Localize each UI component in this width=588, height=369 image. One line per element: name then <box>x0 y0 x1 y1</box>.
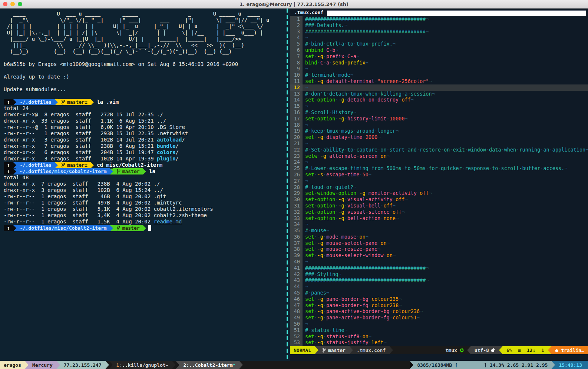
syntax-token: # <box>305 165 308 171</box>
vim-line: 21¬ <box>290 140 588 147</box>
whitespace-dot: · <box>314 302 317 308</box>
eol-marker: ¬ <box>366 60 369 66</box>
line-number: 11 <box>290 78 303 84</box>
whitespace-dot: · <box>323 134 326 140</box>
eol-marker: ¬ <box>399 302 402 308</box>
pane-separator[interactable] <box>284 9 290 361</box>
line-number: 2 <box>290 22 303 29</box>
eol-marker: ¬ <box>305 159 308 165</box>
directory-name[interactable]: colors <box>157 149 176 155</box>
whitespace-dot: · <box>383 165 386 171</box>
line-number: 53 <box>290 339 303 346</box>
syntax-token: for <box>429 165 437 171</box>
line-content: #·don't·detach·tmux·when·killing·a·sessi… <box>303 91 588 97</box>
syntax-token: detach <box>329 91 347 97</box>
vim-line: 40¬ <box>290 259 588 265</box>
whitespace-dot: · <box>390 308 393 314</box>
syntax-token: pane-active-border-fg <box>326 315 390 320</box>
syntax-token: -g <box>317 252 323 258</box>
eol-marker: ¬ <box>305 66 308 72</box>
syntax-token: running <box>519 147 540 153</box>
file-name: ../ <box>157 118 166 124</box>
whitespace-dot: · <box>317 60 320 66</box>
pane-separator-line <box>287 9 288 361</box>
file-link[interactable]: readme.md <box>154 219 182 225</box>
whitespace-dot: · <box>465 147 468 153</box>
line-number: 42 <box>290 271 303 277</box>
line-number: 5 <box>290 41 303 47</box>
listing2-total: total 48 <box>4 174 284 181</box>
whitespace-dot: · <box>323 308 326 314</box>
powerline-arrow-icon <box>13 169 16 174</box>
whitespace-dot: · <box>326 91 329 97</box>
vim-line: 4¬ <box>290 34 588 41</box>
file-row: drwxr-xr-x 7 eragos staff 238B 4 Aug 20:… <box>4 181 284 187</box>
powerline-arrow-icon <box>91 162 94 168</box>
shell-cursor[interactable] <box>148 225 151 231</box>
gear-icon <box>459 348 464 353</box>
vim-line: 18¬ <box>290 122 588 128</box>
eol-marker: ¬ <box>338 271 341 277</box>
syntax-token: # <box>305 128 308 134</box>
eol-marker: ¬ <box>396 215 399 221</box>
file-name: cobalt2.itermcolors <box>154 206 213 212</box>
line-number: 32 <box>290 209 303 215</box>
line-number-icon: ≡ <box>518 348 526 353</box>
line-number: 20 <box>290 134 303 140</box>
whitespace-dot: · <box>363 91 366 97</box>
tmux-window[interactable]: 1:..kills/gnuplot- <box>113 361 172 369</box>
syntax-token: 10000 <box>390 116 405 122</box>
directory-name[interactable]: plugin <box>157 156 176 162</box>
whitespace-dot: · <box>407 91 410 97</box>
prompt-arrow-segment: ↑ <box>4 225 13 231</box>
vim-pane[interactable]: .tmux.conf 1############################… <box>290 9 588 361</box>
powerline-arrow-icon <box>172 361 176 369</box>
eol-marker: ¬ <box>387 153 390 159</box>
line-content: set·-g·mode-mouse·on¬ <box>303 234 588 240</box>
syntax-token: ######################################## <box>305 16 426 22</box>
eol-marker: ¬ <box>305 259 308 265</box>
eol-marker: ¬ <box>326 227 329 233</box>
vim-tabline: .tmux.conf <box>290 9 588 16</box>
syntax-token: visual-bell <box>347 203 380 209</box>
syntax-token: -g <box>317 240 323 246</box>
directory-name[interactable]: bundle <box>157 143 176 149</box>
line-content: #·mouse¬ <box>303 227 588 234</box>
powerline-arrow-icon <box>239 361 243 369</box>
syntax-token: "screen-256color" <box>377 78 429 84</box>
line-content: #·keep·tmux·msgs·around·longer¬ <box>303 128 588 134</box>
syntax-token: Defaults. <box>317 22 344 28</box>
syntax-token: on <box>380 147 386 153</box>
syntax-token: capture <box>356 147 377 153</box>
shell-pane[interactable]: ____ U ___ u _____ _____ _ U _____ u ___… <box>0 9 284 361</box>
powerline-arrow-icon <box>349 346 353 354</box>
file-name: ./ <box>157 112 163 117</box>
vim-buffer[interactable]: 1#######################################… <box>290 16 588 346</box>
prompt-branch-segment: master <box>113 225 143 231</box>
git-status-line: Already up to date :) <box>4 74 284 80</box>
vim-line: 28#·loud·or·quiet?¬ <box>290 184 588 190</box>
line-content: set·-g·display-time·2000¬ <box>303 134 588 140</box>
whitespace-dot: · <box>314 339 317 345</box>
whitespace-dot: · <box>347 91 350 97</box>
whitespace-dot: · <box>362 134 365 140</box>
memory-load-segment: 8385/16384MB [ ] 14.3% 2.65 2.91 2.95 <box>413 361 551 369</box>
line-number: 36 <box>290 234 303 240</box>
syntax-token: set <box>305 134 314 140</box>
syntax-token: pane-border-fg <box>326 302 369 308</box>
submodule-status-line: Update submodules... <box>4 86 284 93</box>
vim-line: 45#·panes¬ <box>290 290 588 296</box>
syntax-token: to <box>347 147 353 153</box>
syntax-token: mouse-resize-pane <box>326 246 377 252</box>
vim-tab[interactable]: .tmux.conf <box>290 10 326 15</box>
syntax-token: tmux <box>350 91 363 97</box>
syntax-token: visual-silence <box>347 209 390 215</box>
vim-line: 6unbind·C-b¬ <box>290 47 588 53</box>
powerline-arrow-icon <box>13 225 16 231</box>
whitespace-dot: · <box>399 97 402 103</box>
whitespace-dot: · <box>369 302 371 308</box>
syntax-token: around <box>356 128 374 134</box>
directory-name[interactable]: autoload <box>157 137 182 143</box>
line-number: 25 <box>290 165 303 172</box>
tmux-window-active[interactable]: 2:..Cobalt2-iterm* <box>179 361 239 369</box>
